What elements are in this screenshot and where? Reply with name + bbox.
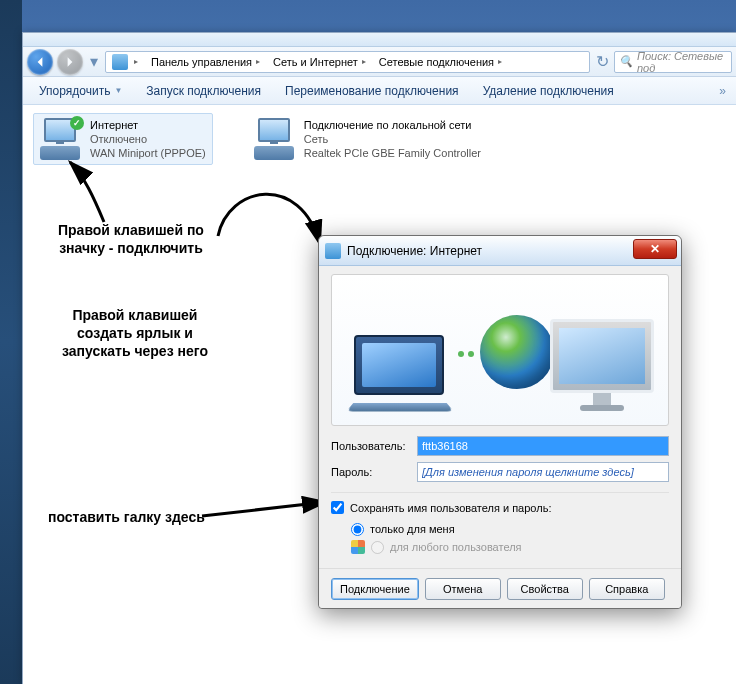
save-credentials-checkbox[interactable]: Сохранять имя пользователя и пароль:: [331, 501, 669, 514]
breadcrumb-root[interactable]: ▸: [106, 52, 145, 72]
radio-anyone: для любого пользователя: [351, 538, 669, 556]
button-label: Свойства: [521, 583, 569, 595]
toolbar-label: Переименование подключения: [285, 84, 459, 98]
cancel-button[interactable]: Отмена: [425, 578, 501, 600]
connect-dialog: Подключение: Интернет ✕ Пользователь: Па…: [318, 235, 682, 609]
dialog-title: Подключение: Интернет: [347, 244, 482, 258]
breadcrumb-item[interactable]: Сетевые подключения▸: [373, 52, 509, 72]
annotation-text: поставить галку здесь: [48, 508, 205, 526]
connection-icon: ✓: [40, 118, 82, 160]
refresh-button[interactable]: ↻: [594, 52, 610, 71]
password-input[interactable]: [417, 462, 669, 482]
properties-button[interactable]: Свойства: [507, 578, 583, 600]
dialog-illustration: [331, 274, 669, 426]
connection-name: Интернет: [90, 118, 206, 132]
dialog-body: Пользователь: Пароль: Сохранять имя поль…: [319, 266, 681, 568]
connection-icon: [254, 118, 296, 160]
globe-icon: [480, 315, 554, 389]
address-row: ▾ ▸ Панель управления▸ Сеть и Интернет▸ …: [23, 47, 736, 77]
pc-icon: [550, 319, 654, 411]
close-icon: ✕: [650, 242, 660, 256]
toolbar-label: Удаление подключения: [483, 84, 614, 98]
search-input[interactable]: 🔍 Поиск: Сетевые под: [614, 51, 732, 73]
toolbar-start-connection[interactable]: Запуск подключения: [134, 79, 273, 103]
radio-input[interactable]: [351, 523, 364, 536]
toolbar-overflow[interactable]: »: [709, 84, 736, 98]
breadcrumb-item[interactable]: Сеть и Интернет▸: [267, 52, 373, 72]
annotation-text: Правой клавишей создать ярлык и запускат…: [62, 306, 208, 360]
radio-label: для любого пользователя: [390, 541, 522, 553]
toolbar: Упорядочить▼ Запуск подключения Переимен…: [23, 77, 736, 105]
overflow-chevron-icon: »: [719, 84, 726, 98]
search-icon: 🔍: [619, 55, 633, 68]
radio-only-me[interactable]: только для меня: [351, 520, 669, 538]
connection-item-lan[interactable]: Подключение по локальной сети Сеть Realt…: [247, 113, 488, 165]
annotation-arrow-icon: [100, 164, 340, 256]
toolbar-delete-connection[interactable]: Удаление подключения: [471, 79, 626, 103]
nav-back-button[interactable]: [27, 49, 53, 75]
username-label: Пользователь:: [331, 440, 417, 452]
breadcrumb-item[interactable]: Панель управления▸: [145, 52, 267, 72]
close-button[interactable]: ✕: [633, 239, 677, 259]
help-button[interactable]: Справка: [589, 578, 665, 600]
radio-input: [371, 541, 384, 554]
shield-icon: [351, 540, 365, 554]
checkbox-label: Сохранять имя пользователя и пароль:: [350, 502, 551, 514]
control-panel-icon: [112, 54, 128, 70]
toolbar-label: Упорядочить: [39, 84, 110, 98]
breadcrumb-label: Панель управления: [151, 56, 252, 68]
username-input[interactable]: [417, 436, 669, 456]
connect-button[interactable]: Подключение: [331, 578, 419, 600]
dialog-titlebar[interactable]: Подключение: Интернет ✕: [319, 236, 681, 266]
button-label: Отмена: [443, 583, 482, 595]
radio-label: только для меня: [370, 523, 455, 535]
button-label: Подключение: [340, 583, 410, 595]
connection-name: Подключение по локальной сети: [304, 118, 481, 132]
desktop-area: [0, 0, 22, 684]
checkbox-input[interactable]: [331, 501, 344, 514]
status-ok-badge-icon: ✓: [70, 116, 84, 130]
toolbar-label: Запуск подключения: [146, 84, 261, 98]
nav-history-dropdown[interactable]: ▾: [87, 49, 101, 75]
breadcrumb-bar[interactable]: ▸ Панель управления▸ Сеть и Интернет▸ Се…: [105, 51, 590, 73]
toolbar-rename-connection[interactable]: Переименование подключения: [273, 79, 471, 103]
dialog-button-row: Подключение Отмена Свойства Справка: [319, 568, 681, 608]
button-label: Справка: [605, 583, 648, 595]
annotation-arrow-icon: [60, 158, 120, 238]
laptop-icon: [354, 335, 450, 407]
toolbar-organize[interactable]: Упорядочить▼: [27, 79, 134, 103]
explorer-titlebar: [23, 33, 736, 47]
connection-device: Realtek PCIe GBE Family Controller: [304, 146, 481, 160]
breadcrumb-label: Сеть и Интернет: [273, 56, 358, 68]
connection-status: Отключено: [90, 132, 206, 146]
nav-forward-button[interactable]: [57, 49, 83, 75]
search-placeholder: Поиск: Сетевые под: [637, 50, 727, 74]
dialog-app-icon: [325, 243, 341, 259]
breadcrumb-label: Сетевые подключения: [379, 56, 494, 68]
password-label: Пароль:: [331, 466, 417, 478]
connection-status: Сеть: [304, 132, 481, 146]
